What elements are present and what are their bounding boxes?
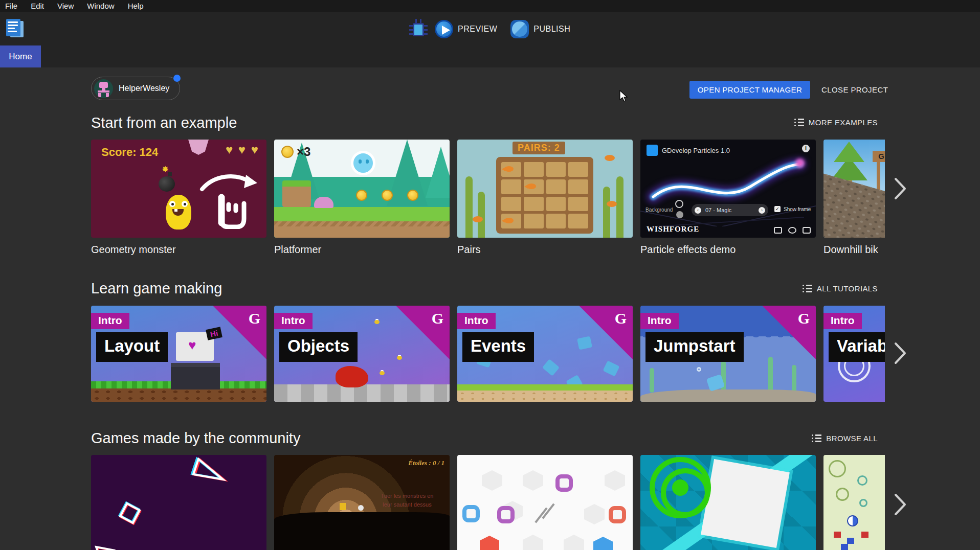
examples-scroll-right-button[interactable] — [889, 176, 911, 202]
swipe-hand-icon — [195, 168, 261, 229]
example-card-title: Platformer — [274, 244, 450, 256]
downhill-thumbnail: G — [823, 140, 885, 238]
account-chip[interactable]: HelperWesley — [91, 77, 180, 100]
coin-icon — [281, 146, 294, 158]
effect-selector: 07 - Magic — [692, 204, 768, 216]
hex-puzzle-thumbnail — [457, 455, 633, 550]
tab-home[interactable]: Home — [0, 45, 41, 67]
community-scroll-right-button[interactable] — [889, 492, 911, 518]
menu-edit[interactable]: Edit — [31, 2, 44, 10]
tutorial-card-layout[interactable]: Hi G Intro Layout — [91, 306, 266, 402]
tutorials-row: Hi G Intro Layout G Intro Objects — [91, 306, 885, 402]
menu-window[interactable]: Window — [87, 2, 114, 10]
examples-section-title: Start from an example — [91, 114, 237, 131]
score-text: Score: 124 — [101, 146, 158, 159]
variables-tutorial-thumbnail: +1 G Intro Variab — [823, 306, 885, 402]
community-card-sunset-platformer[interactable]: Étoiles : 0 / 1 Tuer les monstres en leu… — [274, 455, 450, 550]
notification-dot — [173, 75, 181, 82]
slime-sprite — [314, 197, 333, 208]
cobblestone-slope — [823, 172, 885, 238]
community-card-teal-arcade[interactable] — [640, 455, 816, 550]
events-tutorial-thumbnail: G Intro Events — [457, 306, 633, 402]
neon-shapes-thumbnail — [91, 455, 266, 550]
player-sprite — [351, 151, 375, 175]
example-card-particle-effects[interactable]: GDevelop Particles 1.0 Background 07 - M… — [640, 140, 816, 260]
tutorials-section-title: Learn game making — [91, 280, 222, 297]
examples-row: Score: 124 Geometry monster — [91, 140, 885, 260]
platformer-thumbnail: ×3 — [274, 140, 450, 238]
pairs-score-text: PAIRS: 2 — [513, 142, 565, 154]
pairs-board — [496, 157, 593, 234]
all-tutorials-link[interactable]: ALL TUTORIALS — [803, 284, 878, 293]
next-effect-icon — [759, 207, 765, 214]
list-icon — [794, 119, 804, 126]
preview-label: PREVIEW — [458, 25, 497, 34]
more-examples-link[interactable]: MORE EXAMPLES — [794, 118, 878, 127]
globe-icon — [510, 20, 529, 38]
list-icon — [803, 285, 812, 292]
hint-text: Tuer les monstres en leur sautant dessus — [376, 492, 438, 509]
debugger-icon[interactable] — [409, 19, 428, 39]
list-icon — [812, 434, 821, 442]
monster-sprite — [166, 195, 191, 230]
stars-counter-text: Étoiles : 0 / 1 — [408, 459, 444, 467]
hearts-icons — [226, 143, 259, 157]
publish-button[interactable]: PUBLISH — [510, 20, 570, 38]
publish-label: PUBLISH — [533, 25, 570, 34]
gdevelop-logo: G — [798, 310, 810, 327]
gdevelop-logo: G — [432, 310, 443, 327]
example-card-platformer[interactable]: ×3 Platformer — [274, 140, 450, 260]
discord-icon — [803, 227, 811, 234]
tutorial-card-objects[interactable]: G Intro Objects — [274, 306, 450, 402]
gdevelop-app-icon — [6, 19, 25, 38]
example-card-pairs[interactable]: PAIRS: 2 Pairs — [457, 140, 633, 260]
menu-file[interactable]: File — [5, 2, 17, 10]
twitter-icon — [788, 227, 796, 234]
pairs-thumbnail: PAIRS: 2 — [457, 140, 633, 238]
close-project-button[interactable]: CLOSE PROJECT — [815, 81, 894, 99]
tutorial-card-events[interactable]: G Intro Events — [457, 306, 633, 402]
example-card-title: Particle effects demo — [640, 244, 816, 256]
avatar — [94, 79, 113, 98]
tutorial-card-jumpstart[interactable]: G Intro Jumpstart — [640, 306, 816, 402]
platform-block — [282, 180, 311, 207]
mouse-cursor — [619, 90, 630, 103]
example-card-downhill-bike[interactable]: G Downhill bik — [823, 140, 885, 260]
gdevelop-home-window: File Edit View Window Help PREVIEW — [0, 0, 980, 550]
example-card-title: Geometry monster — [91, 244, 266, 256]
info-icon — [802, 145, 810, 152]
menu-view[interactable]: View — [57, 2, 74, 10]
community-card-hex-puzzle[interactable] — [457, 455, 633, 550]
geometry-monster-thumbnail: Score: 124 — [91, 140, 266, 238]
gdevelop-logo: G — [615, 310, 627, 327]
community-card-neon-shapes[interactable] — [91, 455, 266, 550]
preview-button[interactable]: PREVIEW — [435, 20, 497, 38]
community-row: Étoiles : 0 / 1 Tuer les monstres en leu… — [91, 455, 885, 550]
menu-help[interactable]: Help — [128, 2, 144, 10]
menu-bar: File Edit View Window Help — [0, 0, 980, 12]
objects-tutorial-thumbnail: G Intro Objects — [274, 306, 450, 402]
coin-counter: ×3 — [281, 145, 310, 159]
tutorial-card-variables[interactable]: +1 G Intro Variab — [823, 306, 885, 402]
checkbox-icon — [774, 206, 781, 212]
teal-arcade-thumbnail — [640, 455, 816, 550]
browse-all-link[interactable]: BROWSE ALL — [812, 434, 878, 443]
community-card-bubbles[interactable] — [823, 455, 885, 550]
example-card-title: Downhill bik — [823, 244, 885, 256]
example-card-geometry-monster[interactable]: Score: 124 Geometry monster — [91, 140, 266, 260]
gdevelop-mini-logo — [647, 145, 658, 156]
example-card-title: Pairs — [457, 244, 633, 256]
wishforge-logo: WISHFORGE — [647, 225, 699, 234]
tutorials-scroll-right-button[interactable] — [889, 340, 911, 367]
community-section-title: Games made by the community — [91, 430, 300, 447]
bubbles-thumbnail — [823, 455, 885, 550]
toolbar: PREVIEW PUBLISH — [0, 12, 980, 67]
particles-thumbnail: GDevelop Particles 1.0 Background 07 - M… — [640, 140, 816, 238]
layout-tutorial-thumbnail: Hi G Intro Layout — [91, 306, 266, 402]
youtube-icon — [774, 227, 782, 234]
gdevelop-logo: G — [249, 310, 260, 327]
bomb-icon — [159, 176, 175, 192]
username: HelperWesley — [119, 84, 169, 93]
sunset-thumbnail: Étoiles : 0 / 1 Tuer les monstres en leu… — [274, 455, 450, 550]
open-project-manager-button[interactable]: OPEN PROJECT MANAGER — [689, 81, 810, 99]
